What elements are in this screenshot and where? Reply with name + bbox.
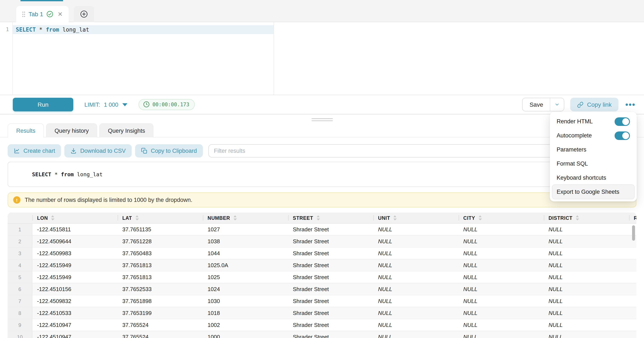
row-number: 6 [8, 283, 32, 295]
table-body: 1-122.451581137.76511351027Shrader Stree… [8, 224, 636, 338]
sql-code-editor[interactable]: 1 SELECT * from long_lat [0, 22, 644, 95]
row-number: 4 [8, 259, 32, 271]
table-cell: Shrader Street [288, 283, 373, 295]
new-tab-button[interactable] [74, 6, 94, 22]
more-options-button[interactable]: ••• [624, 101, 636, 108]
table-cell: NULL [544, 295, 629, 307]
toggle-autocomplete[interactable] [614, 131, 630, 140]
table-cell: -122.4509644 [32, 236, 118, 247]
limit-value: 1 000 [104, 101, 118, 108]
column-header-city[interactable]: CITY [458, 213, 544, 223]
copy-clipboard-button[interactable]: Copy to Clipboard [135, 144, 203, 157]
table-cell: NULL [373, 331, 458, 338]
create-chart-button[interactable]: Create chart [8, 144, 61, 157]
table-cell: 1024 [203, 283, 288, 295]
query-tab-1[interactable]: Tab 1 ✕ [16, 6, 68, 22]
table-cell: Shrader Street [288, 307, 373, 319]
column-header-lat[interactable]: LAT [118, 213, 203, 223]
table-cell: NULL [544, 319, 629, 331]
row-number: 2 [8, 236, 32, 247]
table-cell: NULL [373, 236, 458, 247]
table-row: 5-122.451594937.76518131025Shrader Stree… [8, 271, 636, 283]
run-button[interactable]: Run [13, 98, 73, 111]
table-cell: 37.7651813 [118, 271, 203, 283]
table-cell: NULL [458, 283, 544, 295]
table-cell: 1025 [203, 271, 288, 283]
results-panel: Create chart Download to CSV [0, 137, 644, 338]
vertical-scrollbar[interactable] [632, 225, 635, 241]
column-header-number[interactable]: NUMBER [203, 213, 288, 223]
toggle-render-html[interactable] [614, 117, 630, 126]
table-cell: NULL [458, 295, 544, 307]
tab-query-history[interactable]: Query history [46, 123, 98, 137]
table-cell: -122.4515811 [32, 224, 118, 235]
limit-dropdown[interactable]: LIMIT: 1 000 [84, 101, 127, 108]
table-cell: NULL [544, 248, 629, 259]
column-header-unit[interactable]: UNIT [373, 213, 458, 223]
query-success-icon [47, 11, 54, 18]
table-cell: NULL [458, 248, 544, 259]
menu-item-format-sql[interactable]: Format SQL [552, 157, 634, 171]
table-cell: -122.4510156 [32, 283, 118, 295]
warning-text: The number of rows displayed is limited … [25, 197, 192, 203]
table-cell: 1018 [203, 307, 288, 319]
row-number: 10 [8, 331, 32, 338]
tab-results[interactable]: Results [8, 123, 44, 137]
table-cell: 1030 [203, 295, 288, 307]
download-csv-button[interactable]: Download to CSV [64, 144, 132, 157]
chart-icon [14, 148, 20, 154]
sql-editor-app: Tab 1 ✕ 1 SELECT * [0, 0, 644, 338]
plus-circle-icon [80, 10, 88, 18]
table-cell [629, 319, 636, 331]
table-cell: 1038 [203, 236, 288, 247]
save-button[interactable]: Save [523, 98, 550, 111]
menu-item-export-to-google-sheets[interactable]: Export to Google Sheets [552, 185, 634, 199]
table-cell: NULL [373, 319, 458, 331]
table-cell [629, 259, 636, 271]
table-row: 8-122.451053337.76531991018Shrader Stree… [8, 307, 636, 319]
table-cell: NULL [373, 271, 458, 283]
menu-item-autocomplete[interactable]: Autocomplete [552, 128, 634, 142]
table-cell: NULL [458, 224, 544, 235]
drag-handle-icon[interactable] [22, 11, 25, 17]
column-header-district[interactable]: DISTRICT [544, 213, 629, 223]
table-cell: 37.7651813 [118, 259, 203, 271]
table-cell: NULL [458, 259, 544, 271]
tab-label: Tab 1 [28, 11, 43, 18]
sql-code-line[interactable]: SELECT * from long_lat [13, 25, 274, 34]
line-number-gutter: 1 [0, 22, 13, 95]
table-cell: Shrader Street [288, 331, 373, 338]
table-cell: 37.765524 [118, 319, 203, 331]
table-cell: -122.4515949 [32, 271, 118, 283]
close-tab-icon[interactable]: ✕ [58, 11, 63, 18]
table-cell: NULL [373, 283, 458, 295]
panel-resize-handle[interactable] [312, 118, 333, 122]
table-cell: NULL [544, 236, 629, 247]
table-cell: NULL [373, 295, 458, 307]
table-cell: -122.4510533 [32, 307, 118, 319]
copy-link-button[interactable]: Copy link [570, 98, 618, 111]
tab-query-insights[interactable]: Query Insights [100, 123, 154, 137]
table-cell: NULL [544, 224, 629, 235]
table-cell: 37.7651898 [118, 295, 203, 307]
menu-item-render-html[interactable]: Render HTML [552, 114, 634, 128]
table-cell: NULL [458, 271, 544, 283]
save-options-button[interactable] [550, 98, 564, 111]
table-cell: NULL [544, 259, 629, 271]
chevron-down-icon [122, 103, 127, 106]
query-tabbar: Tab 1 ✕ [0, 0, 644, 22]
warning-icon: ! [13, 196, 20, 204]
table-row: 2-122.450964437.76512281038Shrader Stree… [8, 236, 636, 248]
column-header-street[interactable]: STREET [288, 213, 373, 223]
table-cell: NULL [373, 307, 458, 319]
menu-item-keyboard-shortcuts[interactable]: Keyboard shortcuts [552, 171, 634, 185]
column-header-lon[interactable]: LON [32, 213, 118, 223]
table-cell: Shrader Street [288, 295, 373, 307]
query-duration-badge: 00:00:00.173 [138, 99, 195, 110]
column-header-re[interactable]: RE [629, 213, 636, 223]
row-limit-warning: ! The number of rows displayed is limite… [8, 193, 636, 207]
table-cell: 37.7651135 [118, 224, 203, 235]
menu-item-parameters[interactable]: Parameters [552, 142, 634, 157]
table-cell: NULL [373, 248, 458, 259]
table-header: LONLATNUMBERSTREETUNITCITYDISTRICTRE [8, 213, 636, 224]
